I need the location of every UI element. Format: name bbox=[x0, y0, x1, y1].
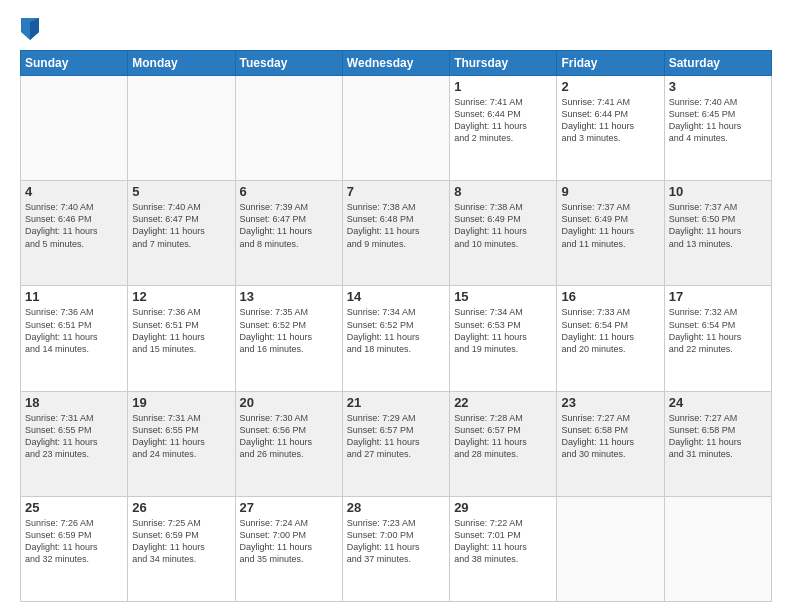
day-info: Sunrise: 7:22 AM Sunset: 7:01 PM Dayligh… bbox=[454, 517, 552, 566]
day-info: Sunrise: 7:39 AM Sunset: 6:47 PM Dayligh… bbox=[240, 201, 338, 250]
calendar-cell: 3Sunrise: 7:40 AM Sunset: 6:45 PM Daylig… bbox=[664, 76, 771, 181]
day-info: Sunrise: 7:37 AM Sunset: 6:50 PM Dayligh… bbox=[669, 201, 767, 250]
day-info: Sunrise: 7:35 AM Sunset: 6:52 PM Dayligh… bbox=[240, 306, 338, 355]
day-info: Sunrise: 7:27 AM Sunset: 6:58 PM Dayligh… bbox=[669, 412, 767, 461]
logo-text bbox=[20, 18, 41, 40]
day-number: 7 bbox=[347, 184, 445, 199]
day-info: Sunrise: 7:41 AM Sunset: 6:44 PM Dayligh… bbox=[454, 96, 552, 145]
logo-icon bbox=[21, 18, 39, 40]
day-number: 29 bbox=[454, 500, 552, 515]
day-number: 2 bbox=[561, 79, 659, 94]
calendar-cell: 10Sunrise: 7:37 AM Sunset: 6:50 PM Dayli… bbox=[664, 181, 771, 286]
day-info: Sunrise: 7:40 AM Sunset: 6:45 PM Dayligh… bbox=[669, 96, 767, 145]
calendar-cell: 25Sunrise: 7:26 AM Sunset: 6:59 PM Dayli… bbox=[21, 496, 128, 601]
day-info: Sunrise: 7:38 AM Sunset: 6:49 PM Dayligh… bbox=[454, 201, 552, 250]
day-info: Sunrise: 7:29 AM Sunset: 6:57 PM Dayligh… bbox=[347, 412, 445, 461]
calendar-week-1: 1Sunrise: 7:41 AM Sunset: 6:44 PM Daylig… bbox=[21, 76, 772, 181]
calendar-cell: 18Sunrise: 7:31 AM Sunset: 6:55 PM Dayli… bbox=[21, 391, 128, 496]
logo bbox=[20, 18, 41, 40]
calendar-cell: 22Sunrise: 7:28 AM Sunset: 6:57 PM Dayli… bbox=[450, 391, 557, 496]
day-number: 25 bbox=[25, 500, 123, 515]
day-info: Sunrise: 7:28 AM Sunset: 6:57 PM Dayligh… bbox=[454, 412, 552, 461]
day-number: 14 bbox=[347, 289, 445, 304]
calendar-cell: 17Sunrise: 7:32 AM Sunset: 6:54 PM Dayli… bbox=[664, 286, 771, 391]
calendar-cell: 28Sunrise: 7:23 AM Sunset: 7:00 PM Dayli… bbox=[342, 496, 449, 601]
calendar-header-thursday: Thursday bbox=[450, 51, 557, 76]
day-number: 17 bbox=[669, 289, 767, 304]
day-info: Sunrise: 7:36 AM Sunset: 6:51 PM Dayligh… bbox=[132, 306, 230, 355]
day-info: Sunrise: 7:27 AM Sunset: 6:58 PM Dayligh… bbox=[561, 412, 659, 461]
day-number: 28 bbox=[347, 500, 445, 515]
calendar-header-saturday: Saturday bbox=[664, 51, 771, 76]
calendar-header-tuesday: Tuesday bbox=[235, 51, 342, 76]
page: SundayMondayTuesdayWednesdayThursdayFrid… bbox=[0, 0, 792, 612]
calendar-cell: 6Sunrise: 7:39 AM Sunset: 6:47 PM Daylig… bbox=[235, 181, 342, 286]
day-number: 22 bbox=[454, 395, 552, 410]
calendar-cell: 26Sunrise: 7:25 AM Sunset: 6:59 PM Dayli… bbox=[128, 496, 235, 601]
day-number: 21 bbox=[347, 395, 445, 410]
calendar-cell: 16Sunrise: 7:33 AM Sunset: 6:54 PM Dayli… bbox=[557, 286, 664, 391]
day-number: 20 bbox=[240, 395, 338, 410]
day-info: Sunrise: 7:33 AM Sunset: 6:54 PM Dayligh… bbox=[561, 306, 659, 355]
day-info: Sunrise: 7:34 AM Sunset: 6:53 PM Dayligh… bbox=[454, 306, 552, 355]
day-number: 18 bbox=[25, 395, 123, 410]
calendar-cell: 15Sunrise: 7:34 AM Sunset: 6:53 PM Dayli… bbox=[450, 286, 557, 391]
day-info: Sunrise: 7:24 AM Sunset: 7:00 PM Dayligh… bbox=[240, 517, 338, 566]
day-info: Sunrise: 7:25 AM Sunset: 6:59 PM Dayligh… bbox=[132, 517, 230, 566]
day-info: Sunrise: 7:32 AM Sunset: 6:54 PM Dayligh… bbox=[669, 306, 767, 355]
calendar-cell: 1Sunrise: 7:41 AM Sunset: 6:44 PM Daylig… bbox=[450, 76, 557, 181]
calendar-cell: 23Sunrise: 7:27 AM Sunset: 6:58 PM Dayli… bbox=[557, 391, 664, 496]
day-number: 1 bbox=[454, 79, 552, 94]
day-info: Sunrise: 7:40 AM Sunset: 6:46 PM Dayligh… bbox=[25, 201, 123, 250]
day-number: 12 bbox=[132, 289, 230, 304]
calendar-cell bbox=[128, 76, 235, 181]
calendar-header-wednesday: Wednesday bbox=[342, 51, 449, 76]
calendar-week-3: 11Sunrise: 7:36 AM Sunset: 6:51 PM Dayli… bbox=[21, 286, 772, 391]
day-number: 9 bbox=[561, 184, 659, 199]
day-number: 26 bbox=[132, 500, 230, 515]
calendar-cell: 29Sunrise: 7:22 AM Sunset: 7:01 PM Dayli… bbox=[450, 496, 557, 601]
calendar-cell bbox=[557, 496, 664, 601]
day-number: 19 bbox=[132, 395, 230, 410]
day-info: Sunrise: 7:23 AM Sunset: 7:00 PM Dayligh… bbox=[347, 517, 445, 566]
day-info: Sunrise: 7:26 AM Sunset: 6:59 PM Dayligh… bbox=[25, 517, 123, 566]
day-info: Sunrise: 7:41 AM Sunset: 6:44 PM Dayligh… bbox=[561, 96, 659, 145]
day-info: Sunrise: 7:40 AM Sunset: 6:47 PM Dayligh… bbox=[132, 201, 230, 250]
day-info: Sunrise: 7:36 AM Sunset: 6:51 PM Dayligh… bbox=[25, 306, 123, 355]
calendar-cell bbox=[342, 76, 449, 181]
day-info: Sunrise: 7:37 AM Sunset: 6:49 PM Dayligh… bbox=[561, 201, 659, 250]
calendar-cell: 27Sunrise: 7:24 AM Sunset: 7:00 PM Dayli… bbox=[235, 496, 342, 601]
day-number: 27 bbox=[240, 500, 338, 515]
day-number: 4 bbox=[25, 184, 123, 199]
calendar-cell bbox=[235, 76, 342, 181]
day-number: 3 bbox=[669, 79, 767, 94]
calendar-header-friday: Friday bbox=[557, 51, 664, 76]
day-number: 13 bbox=[240, 289, 338, 304]
calendar-header-row: SundayMondayTuesdayWednesdayThursdayFrid… bbox=[21, 51, 772, 76]
calendar-cell: 12Sunrise: 7:36 AM Sunset: 6:51 PM Dayli… bbox=[128, 286, 235, 391]
day-number: 24 bbox=[669, 395, 767, 410]
calendar-header-sunday: Sunday bbox=[21, 51, 128, 76]
calendar-week-2: 4Sunrise: 7:40 AM Sunset: 6:46 PM Daylig… bbox=[21, 181, 772, 286]
calendar-table: SundayMondayTuesdayWednesdayThursdayFrid… bbox=[20, 50, 772, 602]
calendar-week-4: 18Sunrise: 7:31 AM Sunset: 6:55 PM Dayli… bbox=[21, 391, 772, 496]
calendar-week-5: 25Sunrise: 7:26 AM Sunset: 6:59 PM Dayli… bbox=[21, 496, 772, 601]
calendar-cell: 14Sunrise: 7:34 AM Sunset: 6:52 PM Dayli… bbox=[342, 286, 449, 391]
calendar-cell: 9Sunrise: 7:37 AM Sunset: 6:49 PM Daylig… bbox=[557, 181, 664, 286]
calendar-cell: 13Sunrise: 7:35 AM Sunset: 6:52 PM Dayli… bbox=[235, 286, 342, 391]
calendar-cell: 4Sunrise: 7:40 AM Sunset: 6:46 PM Daylig… bbox=[21, 181, 128, 286]
day-number: 23 bbox=[561, 395, 659, 410]
day-number: 10 bbox=[669, 184, 767, 199]
calendar-cell: 11Sunrise: 7:36 AM Sunset: 6:51 PM Dayli… bbox=[21, 286, 128, 391]
day-info: Sunrise: 7:30 AM Sunset: 6:56 PM Dayligh… bbox=[240, 412, 338, 461]
day-number: 8 bbox=[454, 184, 552, 199]
day-number: 6 bbox=[240, 184, 338, 199]
calendar-header-monday: Monday bbox=[128, 51, 235, 76]
day-number: 15 bbox=[454, 289, 552, 304]
calendar-cell: 19Sunrise: 7:31 AM Sunset: 6:55 PM Dayli… bbox=[128, 391, 235, 496]
calendar-cell: 24Sunrise: 7:27 AM Sunset: 6:58 PM Dayli… bbox=[664, 391, 771, 496]
calendar-cell bbox=[21, 76, 128, 181]
day-info: Sunrise: 7:31 AM Sunset: 6:55 PM Dayligh… bbox=[132, 412, 230, 461]
calendar-cell bbox=[664, 496, 771, 601]
day-number: 11 bbox=[25, 289, 123, 304]
